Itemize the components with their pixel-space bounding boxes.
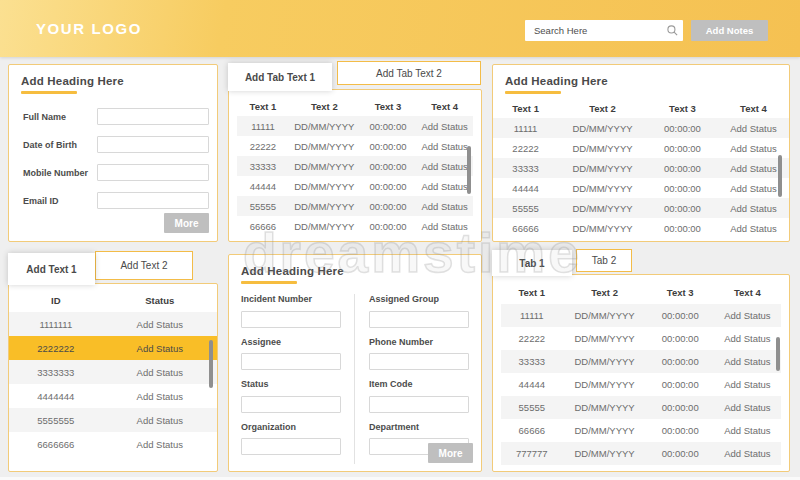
table-cell: DD/MM/YYYY [289, 121, 360, 132]
column-header: Text 2 [563, 287, 647, 298]
column-header: Text 2 [289, 101, 360, 112]
field-input[interactable] [369, 396, 469, 413]
panel-title: Add Heading Here [505, 75, 777, 87]
add-notes-button[interactable]: Add Notes [691, 20, 768, 41]
field-label: Date of Birth [17, 140, 97, 150]
table-cell: 00:00:00 [360, 141, 417, 152]
table-row[interactable]: 4444444Add Status [9, 384, 217, 408]
field-input[interactable] [97, 164, 209, 181]
scrollbar-thumb[interactable] [209, 340, 213, 388]
field-input[interactable] [97, 192, 209, 209]
field-input[interactable] [97, 108, 209, 125]
table-cell: 44444 [493, 183, 558, 194]
table-cell: 55555 [501, 402, 563, 413]
table-cell: 00:00:00 [647, 143, 718, 154]
table-row[interactable]: 55555DD/MM/YYYY00:00:00Add Status [501, 396, 781, 419]
field-input[interactable] [241, 353, 341, 370]
table-cell: 3333333 [9, 367, 103, 378]
table-row[interactable]: 33333DD/MM/YYYY00:00:00Add Status [237, 156, 473, 176]
tab-add-text-2[interactable]: Add Text 2 [95, 251, 193, 280]
search-box[interactable] [525, 20, 683, 41]
table-row[interactable]: 777777DD/MM/YYYY00:00:00Add Status [501, 442, 781, 465]
table-row[interactable]: 66666DD/MM/YYYY00:00:00Add Status [493, 218, 789, 238]
field-input[interactable] [369, 353, 469, 370]
field-input[interactable] [97, 136, 209, 153]
form-field: Email ID [17, 192, 209, 209]
table-row[interactable]: 22222DD/MM/YYYY00:00:00Add Status [493, 138, 789, 158]
field-label: Assignee [241, 337, 341, 347]
field-input[interactable] [369, 311, 469, 328]
table-row[interactable]: 3333333Add Status [9, 360, 217, 384]
table-cell: 00:00:00 [360, 221, 417, 232]
field-input[interactable] [241, 311, 341, 328]
table-cell: 00:00:00 [647, 183, 718, 194]
more-button[interactable]: More [164, 213, 209, 233]
table-cell: 777777 [501, 448, 563, 459]
table-row[interactable]: 44444DD/MM/YYYY00:00:00Add Status [237, 176, 473, 196]
table-row[interactable]: 33333DD/MM/YYYY00:00:00Add Status [501, 350, 781, 373]
form-field: Assignee [241, 337, 341, 371]
table-row[interactable]: 66666DD/MM/YYYY00:00:00Add Status [237, 216, 473, 236]
search-input[interactable] [534, 25, 666, 36]
tab-add-tab-text-1[interactable]: Add Tab Text 1 [228, 63, 332, 91]
table-row[interactable]: 66666DD/MM/YYYY00:00:00Add Status [501, 419, 781, 442]
table-row[interactable]: 11111DD/MM/YYYY00:00:00Add Status [501, 304, 781, 327]
more-button[interactable]: More [428, 443, 473, 463]
form-field: Status [241, 379, 341, 413]
table-cell: Add Status [718, 123, 789, 134]
column-header: Text 4 [714, 287, 781, 298]
table-cell: 5555555 [9, 415, 103, 426]
table-row[interactable]: 22222DD/MM/YYYY00:00:00Add Status [237, 136, 473, 156]
search-icon[interactable] [666, 24, 679, 37]
field-input[interactable] [241, 396, 341, 413]
tab-1[interactable]: Tab 1 [492, 250, 572, 276]
form-field: Incident Number [241, 294, 341, 328]
table-cell: Add Status [416, 181, 473, 192]
table-cell: DD/MM/YYYY [558, 183, 647, 194]
scrollbar-thumb[interactable] [467, 146, 471, 194]
table-row[interactable]: 2222222Add Status [9, 336, 217, 360]
table-row[interactable]: 6666666Add Status [9, 432, 217, 456]
table-cell: DD/MM/YYYY [563, 425, 647, 436]
table-header-row: Text 1Text 2Text 3Text 4 [501, 281, 781, 304]
scrollbar-thumb[interactable] [778, 155, 782, 197]
column-header: Text 1 [493, 103, 558, 114]
field-label: Incident Number [241, 294, 341, 304]
tab-2[interactable]: Tab 2 [576, 249, 632, 272]
form-field: Full Name [17, 108, 209, 125]
table-row[interactable]: 33333DD/MM/YYYY00:00:00Add Status [493, 158, 789, 178]
tab-add-tab-text-2[interactable]: Add Tab Text 2 [337, 61, 481, 85]
table-row[interactable]: 44444DD/MM/YYYY00:00:00Add Status [501, 373, 781, 396]
logo: YOUR LOGO [36, 20, 142, 37]
table-cell: DD/MM/YYYY [289, 221, 360, 232]
table-cell: 00:00:00 [647, 203, 718, 214]
table-row[interactable]: 55555DD/MM/YYYY00:00:00Add Status [237, 196, 473, 216]
table-row[interactable]: 22222DD/MM/YYYY00:00:00Add Status [501, 327, 781, 350]
panel-personal-form: Add Heading Here Full NameDate of BirthM… [8, 64, 218, 242]
column-header: Text 1 [237, 101, 289, 112]
table-cell: Add Status [103, 439, 217, 450]
table-cell: Add Status [714, 425, 781, 436]
table-cell: 33333 [493, 163, 558, 174]
table-cell: 00:00:00 [647, 379, 714, 390]
table-row[interactable]: 11111DD/MM/YYYY00:00:00Add Status [493, 118, 789, 138]
table-cell: 22222 [493, 143, 558, 154]
table-cell: DD/MM/YYYY [558, 123, 647, 134]
app-header: YOUR LOGO Add Notes [0, 0, 800, 57]
scrollbar-thumb[interactable] [776, 337, 780, 371]
table-row[interactable]: 44444DD/MM/YYYY00:00:00Add Status [493, 178, 789, 198]
field-input[interactable] [241, 438, 341, 455]
table-row[interactable]: 55555DD/MM/YYYY00:00:00Add Status [493, 198, 789, 218]
table-cell: Add Status [718, 143, 789, 154]
panel-tab-table-1: Text 1Text 2Text 3Text 411111DD/MM/YYYY0… [228, 89, 482, 242]
table-cell: 4444444 [9, 391, 103, 402]
table-row[interactable]: 5555555Add Status [9, 408, 217, 432]
table-cell: 11111 [237, 121, 289, 132]
table-row[interactable]: 11111DD/MM/YYYY00:00:00Add Status [237, 116, 473, 136]
panel-title: Add Heading Here [21, 75, 205, 87]
tab-add-text-1[interactable]: Add Text 1 [8, 253, 95, 285]
field-label: Full Name [17, 112, 97, 122]
table-cell: 00:00:00 [360, 181, 417, 192]
table-cell: DD/MM/YYYY [558, 203, 647, 214]
table-row[interactable]: 1111111Add Status [9, 312, 217, 336]
